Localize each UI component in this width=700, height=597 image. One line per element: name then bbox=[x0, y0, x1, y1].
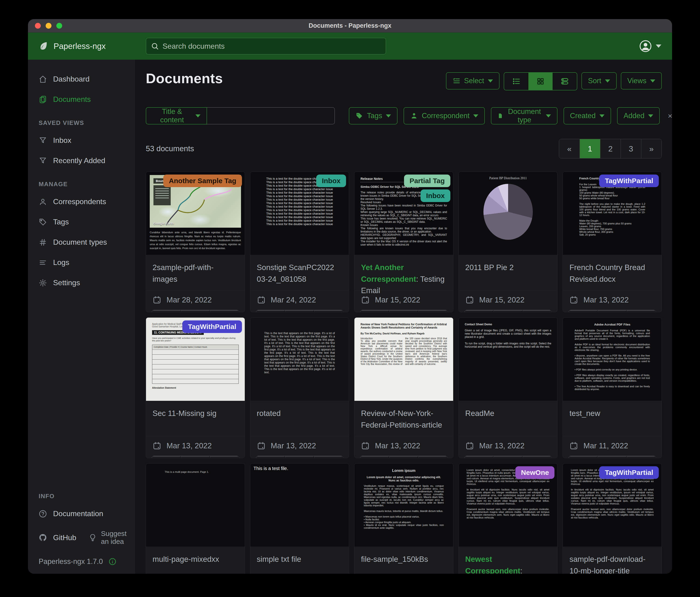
tag-badge[interactable]: Inbox bbox=[316, 174, 346, 187]
card-thumbnail[interactable]: This is a multi page document. Page 1. bbox=[146, 463, 245, 547]
pagination-page-2[interactable]: 2 bbox=[600, 139, 621, 158]
view-document-button[interactable] bbox=[285, 310, 314, 312]
info-circle-icon[interactable] bbox=[108, 558, 117, 566]
download-document-button[interactable] bbox=[210, 310, 239, 312]
tag-badge[interactable]: Partial Tag bbox=[404, 174, 450, 187]
edit-document-button[interactable] bbox=[465, 456, 494, 458]
tag-badge[interactable]: TagWithPartial bbox=[599, 174, 659, 187]
sidebar-item-correspondents[interactable]: Correspondents bbox=[28, 192, 135, 212]
download-document-button[interactable] bbox=[418, 456, 447, 458]
edit-document-button[interactable] bbox=[360, 310, 389, 312]
filter-text-input[interactable] bbox=[207, 107, 335, 124]
download-document-button[interactable] bbox=[627, 456, 656, 458]
edit-document-button[interactable] bbox=[569, 456, 598, 458]
select-button[interactable]: Select bbox=[446, 72, 500, 90]
card-thumbnail[interactable]: Review of New York Federal Petitions for… bbox=[354, 318, 453, 401]
filter-created-button[interactable]: Created bbox=[564, 107, 611, 124]
view-document-button[interactable] bbox=[181, 456, 210, 458]
edit-document-button[interactable] bbox=[465, 310, 494, 312]
reset-filters-button[interactable]: × Reset filters bbox=[668, 108, 672, 124]
details-view-button[interactable] bbox=[553, 73, 577, 90]
card-thumbnail[interactable]: This is the text that appears on the fir… bbox=[250, 318, 349, 401]
card-thumbnail[interactable]: Patient BP Distribution 2011 bbox=[459, 172, 557, 255]
card-title[interactable]: ReadMe bbox=[459, 401, 557, 436]
pagination-page-3[interactable]: 3 bbox=[621, 139, 641, 158]
edit-document-button[interactable] bbox=[256, 456, 285, 458]
edit-document-button[interactable] bbox=[256, 310, 285, 312]
card-title[interactable]: French Country Bread Revised.docx bbox=[563, 255, 661, 290]
card-thumbnail[interactable]: Lorem ipsum dolor sit amet, consectetur … bbox=[459, 463, 557, 547]
view-document-button[interactable] bbox=[598, 456, 627, 458]
view-document-button[interactable] bbox=[389, 456, 418, 458]
sidebar-item-document-types[interactable]: Document types bbox=[28, 232, 135, 253]
edit-document-button[interactable] bbox=[569, 310, 598, 312]
grid-view-button[interactable] bbox=[528, 73, 553, 90]
download-document-button[interactable] bbox=[210, 456, 239, 458]
views-button[interactable]: Views bbox=[621, 72, 662, 90]
card-title[interactable]: multi-page-mixedxx bbox=[146, 547, 245, 574]
card-thumbnail[interactable]: Lorem ipsumLorem ipsum dolor sit amet, c… bbox=[354, 463, 453, 547]
card-title[interactable]: Newest Correspondent: f_combineds bbox=[459, 547, 557, 574]
tag-badge[interactable]: Another Sample Tag bbox=[163, 174, 242, 187]
card-title[interactable]: Review-of-New-York-Federal-Petitions-art… bbox=[354, 401, 453, 436]
card-thumbnail[interactable]: Adobe Acrobat PDF Files Adobe® Portable … bbox=[563, 318, 661, 401]
edit-document-button[interactable] bbox=[360, 456, 389, 458]
card-title[interactable]: 2011 BP Pie 2 bbox=[459, 255, 557, 290]
sidebar-item-logs[interactable]: Logs bbox=[28, 253, 135, 272]
card-title[interactable]: Yet Another Correspondent: Testing Email bbox=[354, 255, 453, 290]
pagination-prev[interactable]: « bbox=[559, 139, 580, 158]
card-title[interactable]: simple txt file bbox=[250, 547, 349, 574]
filter-added-button[interactable]: Added bbox=[617, 107, 660, 124]
sidebar-item-dashboard[interactable]: Dashboard bbox=[28, 69, 135, 89]
user-menu[interactable] bbox=[639, 40, 672, 53]
card-title[interactable]: test_new bbox=[563, 401, 661, 436]
pagination-page-1[interactable]: 1 bbox=[580, 139, 600, 158]
view-document-button[interactable] bbox=[494, 310, 523, 312]
global-search[interactable] bbox=[146, 38, 386, 54]
card-title[interactable]: Sonstige ScanPC2022 03-24_081058 bbox=[250, 255, 349, 290]
card-title[interactable]: file-sample_150kBs bbox=[354, 547, 453, 574]
card-title[interactable]: Sec 11-Missing sig bbox=[146, 401, 245, 436]
view-document-button[interactable] bbox=[389, 310, 418, 312]
sidebar-item-github[interactable]: GitHub bbox=[28, 528, 76, 548]
tag-badge[interactable]: TagWithPartial bbox=[182, 320, 242, 333]
tag-badge[interactable]: Inbox bbox=[421, 189, 450, 202]
card-thumbnail[interactable]: Boundary Waters Trip Google Earth Curabi… bbox=[146, 172, 245, 255]
maximize-window-button[interactable] bbox=[56, 23, 62, 29]
view-document-button[interactable] bbox=[494, 456, 523, 458]
tag-badge[interactable]: TagWithPartial bbox=[599, 466, 659, 479]
card-correspondent[interactable]: Newest Correspondent bbox=[465, 555, 521, 574]
sidebar-item-recently-added[interactable]: Recently Added bbox=[28, 150, 135, 171]
sort-button[interactable]: Sort bbox=[581, 72, 617, 90]
filter-field-button[interactable]: Title & content bbox=[146, 107, 207, 124]
view-document-button[interactable] bbox=[181, 310, 210, 312]
sidebar-item-inbox[interactable]: Inbox bbox=[28, 130, 135, 150]
card-thumbnail[interactable]: This is a test for the double space char… bbox=[250, 172, 349, 255]
sidebar-item-settings[interactable]: Settings bbox=[28, 272, 135, 293]
pagination-next[interactable]: » bbox=[641, 139, 661, 158]
download-document-button[interactable] bbox=[418, 310, 447, 312]
tag-badge[interactable]: NewOne bbox=[515, 466, 554, 479]
minimize-window-button[interactable] bbox=[46, 23, 51, 29]
sidebar-item-suggest-idea[interactable]: Suggest an idea bbox=[89, 524, 135, 551]
view-document-button[interactable] bbox=[598, 310, 627, 312]
edit-document-button[interactable] bbox=[152, 310, 181, 312]
close-window-button[interactable] bbox=[35, 23, 41, 29]
download-document-button[interactable] bbox=[523, 310, 552, 312]
edit-document-button[interactable] bbox=[152, 456, 181, 458]
search-input[interactable] bbox=[162, 42, 381, 51]
card-thumbnail[interactable]: Contact Sheet Demo Given a set of image … bbox=[459, 318, 557, 401]
download-document-button[interactable] bbox=[627, 310, 656, 312]
sidebar-item-documents[interactable]: Documents bbox=[28, 89, 135, 110]
card-title[interactable]: rotated bbox=[250, 401, 349, 436]
app-brand[interactable]: Paperless-ngx bbox=[28, 41, 135, 51]
card-thumbnail[interactable]: French Country Bread For the Leaven 1 he… bbox=[563, 172, 661, 255]
download-document-button[interactable] bbox=[314, 456, 343, 458]
download-document-button[interactable] bbox=[314, 310, 343, 312]
card-thumbnail[interactable]: This is a test file. bbox=[250, 463, 349, 547]
sidebar-item-tags[interactable]: Tags bbox=[28, 212, 135, 232]
filter-document-type-button[interactable]: Document type bbox=[491, 107, 557, 124]
view-document-button[interactable] bbox=[285, 456, 314, 458]
card-title[interactable]: sample-pdf-download-10-mb-longer-title bbox=[563, 547, 661, 574]
card-thumbnail[interactable]: Release NotesSimba ODBC Driver for SQL S… bbox=[354, 172, 453, 255]
